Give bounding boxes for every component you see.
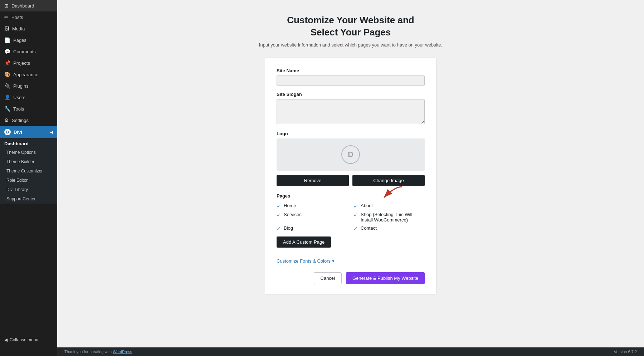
site-slogan-input[interactable] [277,99,425,124]
page-shop: ✓ Shop (Selecting This Will Install WooC… [353,212,425,223]
sidebar-item-posts[interactable]: ✏ Posts [0,11,57,23]
sidebar-item-comments[interactable]: 💬 Comments [0,46,57,57]
pages-section-label: Pages [277,193,425,199]
collapse-icon: ◀ [4,337,8,342]
contact-check-icon: ✓ [353,226,358,231]
comments-icon: 💬 [4,49,10,54]
tools-icon: 🔧 [4,106,10,112]
divi-menu-header[interactable]: D Divi ◀ [0,126,57,138]
logo-buttons: Remove Change Image [277,175,425,186]
change-image-button[interactable]: Change Image [352,175,425,186]
sidebar-item-theme-builder[interactable]: Theme Builder [0,157,57,166]
projects-icon: 📌 [4,60,10,66]
add-custom-page-button[interactable]: Add A Custom Page [277,236,331,248]
sidebar-item-tools[interactable]: 🔧 Tools [0,103,57,114]
page-home: ✓ Home [277,203,348,209]
customize-fonts-link[interactable]: Customize Fonts & Colors ▾ [277,258,425,264]
sidebar-item-theme-options[interactable]: Theme Options [0,148,57,157]
wordpress-link[interactable]: WordPress [113,350,132,354]
services-check-icon: ✓ [277,212,281,218]
shop-check-icon: ✓ [353,212,358,218]
divi-collapse-arrow: ◀ [50,130,53,134]
sidebar-item-projects[interactable]: 📌 Projects [0,57,57,69]
dashboard-icon: ⊞ [4,3,9,9]
sidebar-item-appearance[interactable]: 🎨 Appearance [0,69,57,80]
setup-card: Site Name Site Slogan Logo D Remove Chan… [265,58,436,294]
sidebar-item-divi-library[interactable]: Divi Library [0,185,57,194]
sidebar-item-plugins[interactable]: 🔌 Plugins [0,80,57,92]
logo-area: D [277,138,425,171]
action-row: Cancel Generate & Publish My Website [277,272,425,284]
page-about: ✓ About [353,203,425,209]
pages-icon: 📄 [4,37,10,43]
sidebar-item-support-center[interactable]: Support Center [0,194,57,204]
page-contact: ✓ Contact [353,225,425,231]
posts-icon: ✏ [4,14,9,20]
users-icon: 👤 [4,94,10,100]
site-name-input[interactable] [277,75,425,86]
site-slogan-label: Site Slogan [277,92,425,97]
logo-circle: D [341,145,360,164]
page-services: ✓ Services [277,212,348,223]
divi-logo-icon: D [4,129,11,135]
main-content: Customize Your Website and Select Your P… [57,0,644,356]
appearance-icon: 🎨 [4,72,10,77]
logo-label: Logo [277,131,425,136]
blog-check-icon: ✓ [277,226,281,231]
site-name-label: Site Name [277,68,425,73]
divi-submenu: Dashboard Theme Options Theme Builder Th… [0,138,57,204]
sidebar-item-role-editor[interactable]: Role Editor [0,176,57,185]
settings-icon: ⚙ [4,117,9,123]
remove-logo-button[interactable]: Remove [277,175,349,186]
divi-dashboard-label: Dashboard [0,138,57,148]
cancel-button[interactable]: Cancel [314,272,342,284]
version-label: Version 6.7.2 [614,350,637,354]
sidebar-item-users[interactable]: 👤 Users [0,92,57,103]
sidebar-item-media[interactable]: 🖼 Media [0,23,57,34]
sidebar-item-dashboard[interactable]: ⊞ Dashboard [0,0,57,11]
page-title: Customize Your Website and Select Your P… [287,14,414,39]
publish-button[interactable]: Generate & Publish My Website [346,272,425,284]
sidebar-item-pages[interactable]: 📄 Pages [0,34,57,46]
pages-grid: ✓ Home ✓ About ✓ Service [277,203,425,231]
about-check-icon: ✓ [353,203,358,209]
plugins-icon: 🔌 [4,83,10,89]
sidebar-item-theme-customizer[interactable]: Theme Customizer [0,166,57,176]
media-icon: 🖼 [4,26,9,31]
collapse-menu-button[interactable]: ◀ Collapse menu [0,335,57,345]
home-check-icon: ✓ [277,203,281,209]
page-blog: ✓ Blog [277,225,348,231]
sidebar-item-settings[interactable]: ⚙ Settings [0,114,57,126]
bottom-bar: Thank you for creating with WordPress. V… [57,347,644,356]
page-subtitle: Input your website information and selec… [259,42,442,48]
sidebar: ⊞ Dashboard ✏ Posts 🖼 Media 📄 Pages 💬 Co… [0,0,57,356]
